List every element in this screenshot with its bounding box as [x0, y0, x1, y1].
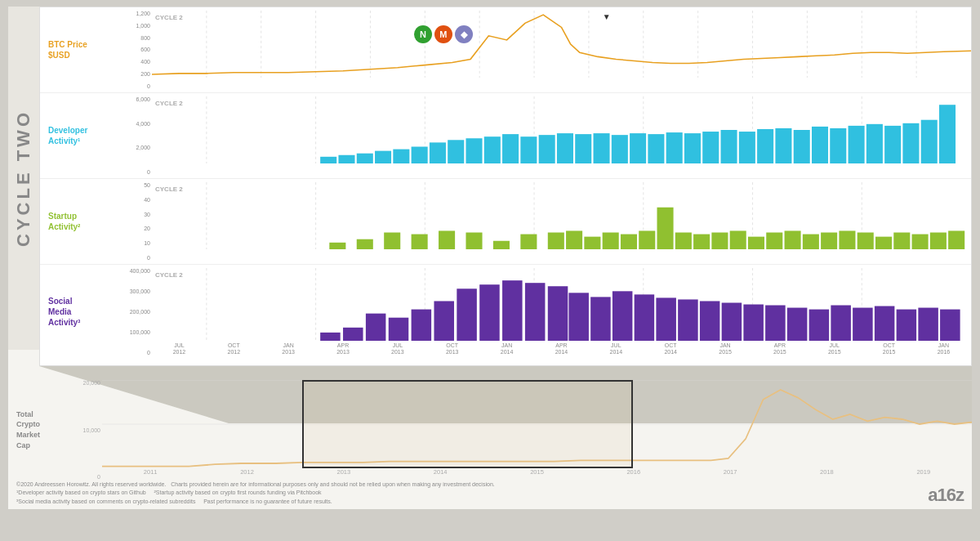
svg-rect-48	[812, 127, 828, 163]
svg-rect-103	[366, 314, 386, 341]
svg-rect-111	[548, 286, 568, 341]
svg-rect-101	[320, 333, 341, 341]
svg-rect-74	[603, 233, 619, 250]
svg-rect-44	[739, 132, 755, 163]
svg-rect-128	[918, 308, 938, 341]
svg-rect-64	[357, 239, 373, 249]
svg-rect-119	[722, 302, 742, 341]
svg-rect-29	[466, 138, 482, 163]
svg-rect-81	[730, 230, 746, 249]
svg-rect-53	[902, 123, 919, 163]
svg-rect-114	[612, 291, 633, 341]
svg-rect-21	[320, 157, 336, 163]
main-container: CYCLE TWO BTC Price $USD 1,200 1,000 800…	[8, 7, 972, 509]
svg-rect-125	[853, 308, 873, 341]
social-chart-row: Social Media Activity³ 400,000 300,000 2…	[40, 265, 971, 359]
footer: ©2020 Andreessen Horowitz. All rights re…	[16, 481, 964, 507]
svg-rect-92	[930, 233, 947, 250]
svg-rect-122	[787, 308, 808, 341]
svg-rect-93	[948, 230, 964, 249]
social-cycle-label: CYCLE 2	[155, 271, 183, 279]
svg-rect-27	[430, 142, 446, 163]
monero-icon: M	[434, 25, 452, 43]
svg-rect-38	[630, 133, 646, 163]
market-chart-area: 20,000 10,000 0 2011	[65, 377, 972, 483]
svg-rect-80	[711, 233, 728, 250]
svg-rect-83	[766, 233, 782, 250]
svg-rect-84	[785, 230, 801, 249]
social-y-axis: 400,000 300,000 200,000 100,000 0	[118, 265, 152, 359]
svg-rect-76	[639, 230, 655, 249]
social-chart-content: CYCLE 2	[152, 268, 971, 341]
svg-rect-123	[809, 310, 830, 341]
svg-rect-68	[466, 233, 482, 250]
svg-rect-69	[493, 241, 510, 249]
svg-rect-52	[884, 126, 901, 163]
dev-cycle-label: CYCLE 2	[155, 100, 183, 107]
svg-rect-67	[439, 230, 455, 249]
x-axis-labels: JUL2012 OCT2012 JAN2013 APR2013 JUL2013 …	[152, 341, 971, 359]
svg-rect-70	[520, 235, 537, 249]
svg-rect-116	[656, 297, 676, 341]
svg-rect-77	[657, 208, 674, 249]
svg-rect-24	[375, 151, 391, 163]
dev-y-axis: 6,000 4,000 2,000 0	[118, 93, 152, 178]
btc-chart-row: BTC Price $USD 1,200 1,000 800 600 400 2…	[40, 7, 971, 93]
svg-rect-108	[479, 284, 500, 341]
startup-chart-row: Startup Activity² 50 40 30 20 10 0 CYCLE…	[40, 179, 971, 265]
social-label: Social Media Activity³	[40, 265, 118, 359]
svg-rect-106	[434, 301, 454, 341]
market-y-axis: 20,000 10,000 0	[65, 377, 102, 483]
svg-rect-63	[329, 243, 345, 249]
svg-rect-49	[830, 128, 846, 163]
bottom-section: TotalCryptoMarketCap 20,000 10,000 0	[8, 366, 972, 509]
btc-chart-area: 1,200 1,000 800 600 400 200 0 CYCLE 2 N	[118, 7, 971, 92]
svg-rect-36	[594, 133, 610, 163]
svg-rect-118	[700, 301, 720, 341]
svg-rect-104	[389, 318, 409, 341]
svg-rect-113	[590, 297, 611, 341]
svg-rect-37	[612, 135, 628, 163]
svg-rect-26	[412, 147, 428, 164]
svg-rect-107	[457, 288, 477, 341]
crypto-icons: N M ◆	[414, 25, 473, 43]
btc-spike-marker: ▼	[603, 12, 611, 21]
svg-rect-124	[831, 306, 851, 341]
svg-rect-126	[875, 306, 895, 341]
svg-rect-23	[357, 154, 373, 163]
startup-label: Startup Activity²	[40, 179, 118, 264]
dev-chart-content: CYCLE 2	[152, 96, 971, 163]
svg-rect-32	[520, 136, 537, 163]
svg-rect-41	[684, 133, 701, 163]
svg-rect-102	[343, 328, 363, 341]
btc-line-chart	[152, 11, 971, 78]
footer-left: ©2020 Andreessen Horowitz. All rights re…	[16, 481, 495, 507]
btc-y-axis: 1,200 1,000 800 600 400 200 0	[118, 7, 152, 92]
btc-chart-content: CYCLE 2 N M ◆ ▼	[152, 11, 971, 78]
svg-rect-55	[939, 105, 956, 163]
svg-rect-91	[912, 235, 929, 249]
svg-rect-86	[821, 233, 837, 250]
svg-rect-47	[794, 130, 810, 163]
svg-rect-46	[775, 128, 791, 163]
svg-rect-35	[575, 134, 591, 163]
svg-rect-45	[757, 129, 773, 163]
startup-bar-chart	[152, 182, 971, 249]
svg-rect-90	[893, 233, 910, 250]
dev-chart-row: Developer Activity¹ 6,000 4,000 2,000 0 …	[40, 93, 971, 179]
svg-rect-78	[675, 233, 692, 250]
market-chart-content	[102, 380, 972, 468]
svg-rect-110	[525, 283, 546, 341]
svg-rect-73	[584, 237, 600, 249]
svg-rect-105	[412, 310, 432, 341]
charts-panel: BTC Price $USD 1,200 1,000 800 600 400 2…	[39, 7, 972, 366]
dev-chart-area: 6,000 4,000 2,000 0 CYCLE 2	[118, 93, 971, 178]
svg-rect-31	[502, 134, 519, 163]
svg-rect-85	[803, 235, 819, 249]
startup-chart-content: CYCLE 2	[152, 182, 971, 249]
namecoin-icon: N	[414, 25, 432, 43]
svg-rect-54	[921, 120, 938, 163]
svg-rect-109	[502, 280, 523, 341]
selection-rectangle	[302, 380, 633, 468]
svg-rect-89	[875, 237, 892, 249]
